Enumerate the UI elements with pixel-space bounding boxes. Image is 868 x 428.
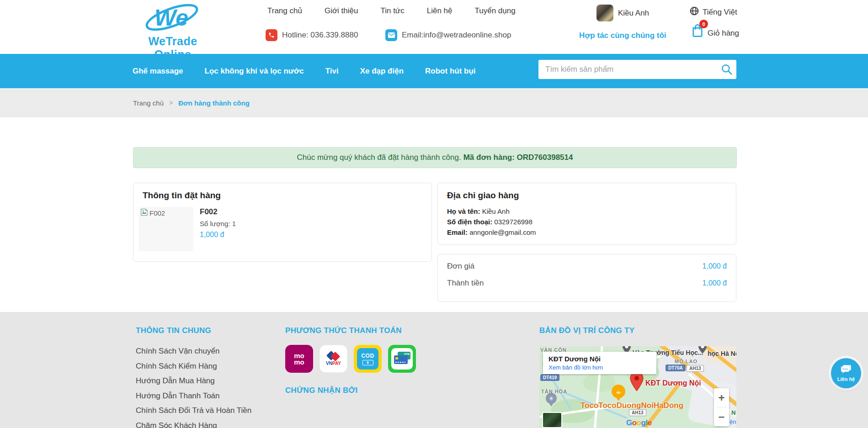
shipping-rows: Họ và tên: Kiều Anh Số điện thoại: 03297… bbox=[447, 206, 536, 238]
footer-info-title: THÔNG TIN CHUNG bbox=[136, 326, 211, 335]
map-label-tocotoco: TocoTocoDuongNoiHaDong bbox=[580, 401, 683, 410]
footer-link-return-policy[interactable]: Chính Sách Đổi Trả và Hoàn Tiền bbox=[136, 403, 251, 418]
map-view-larger-link[interactable]: Xem bản đồ lớn hơn bbox=[548, 364, 651, 371]
nav-contact[interactable]: Liên hệ bbox=[427, 6, 453, 16]
nav-about[interactable]: Giới thiệu bbox=[325, 6, 358, 16]
summary-row-total: Thành tiền 1,000 đ bbox=[447, 279, 727, 288]
vnpay-icon: VNPAY bbox=[320, 345, 347, 373]
map-label-edge-n: N bbox=[731, 409, 735, 416]
user-name: Kiều Anh bbox=[618, 9, 649, 18]
footer-link-inspection-policy[interactable]: Chính Sách Kiểm Hàng bbox=[136, 359, 251, 374]
order-code: Mã đơn hàng: ORD760398514 bbox=[463, 153, 573, 162]
shipping-phone-label: Số điện thoại: bbox=[447, 218, 492, 226]
shipping-address-card: Địa chỉ giao hàng Họ và tên: Kiều Anh Số… bbox=[437, 183, 736, 245]
menu-ebike[interactable]: Xe đạp điện bbox=[360, 67, 404, 76]
contact-chat-button[interactable]: Liên hệ bbox=[831, 358, 861, 388]
shipping-row-name: Họ và tên: Kiều Anh bbox=[447, 206, 536, 217]
total-value: 1,000 đ bbox=[703, 279, 727, 287]
site-logo[interactable]: We WeTrade Online bbox=[132, 2, 214, 52]
zoom-in-button[interactable]: + bbox=[714, 388, 729, 407]
shipping-email-label: Email: bbox=[447, 228, 468, 236]
email-link[interactable]: Email:info@wetradeonline.shop bbox=[385, 29, 511, 41]
map-pin-coffee[interactable]: ☕ bbox=[612, 385, 625, 398]
footer-link-buying-guide[interactable]: Hướng Dẫn Mua Hàng bbox=[136, 374, 251, 389]
map-pin-university[interactable] bbox=[698, 346, 707, 355]
product-price: 1,000 đ bbox=[200, 231, 224, 239]
shipping-row-phone: Số điện thoại: 0329726998 bbox=[447, 217, 536, 227]
map-info-card: KĐT Dương Nội Xem bản đồ lớn hơn bbox=[543, 352, 656, 374]
site-header: We WeTrade Online Trang chủ Giới thiệu T… bbox=[0, 0, 868, 54]
svg-text:We: We bbox=[154, 5, 188, 31]
partner-link[interactable]: Hợp tác cùng chúng tôi bbox=[579, 31, 666, 40]
cart-button[interactable]: 0 Giỏ hàng bbox=[691, 24, 739, 39]
email-text: Email:info@wetradeonline.shop bbox=[402, 31, 511, 40]
unit-price-value: 1,000 đ bbox=[703, 262, 727, 270]
footer-link-customer-care[interactable]: Chăm Sóc Khách Hàng bbox=[136, 418, 251, 428]
shipping-row-email: Email: anngonle@gmail.com bbox=[447, 227, 536, 238]
top-navigation: Trang chủ Giới thiệu Tin tức Liên hệ Tuy… bbox=[267, 6, 516, 16]
breadcrumb: Trang chủ > Đơn hàng thành công bbox=[133, 88, 250, 117]
map-label-molao: MỘ LAO bbox=[675, 359, 698, 364]
payment-methods: mo mo VNPAY COD $ ATM bbox=[285, 345, 416, 373]
email-icon bbox=[385, 29, 397, 41]
success-message: Chúc mừng quý khách đã đặt hàng thành cô… bbox=[297, 153, 461, 162]
cod-cash-icon: $ bbox=[362, 360, 373, 365]
nav-home[interactable]: Trang chủ bbox=[267, 6, 302, 16]
map-zoom-controls: + − bbox=[714, 388, 729, 426]
map-badge-ah13-bottom: AH13 bbox=[629, 409, 646, 416]
cart-bag-icon: 0 bbox=[691, 24, 704, 39]
vnpay-vn-text: VN bbox=[326, 361, 332, 366]
order-info-title: Thông tin đặt hàng bbox=[143, 190, 221, 201]
map-pin-temple[interactable]: ✳ bbox=[546, 393, 557, 404]
hotline-link[interactable]: Hotline: 036.339.8880 bbox=[266, 29, 358, 41]
menu-tv[interactable]: Tivi bbox=[325, 67, 339, 76]
total-label: Thành tiền bbox=[447, 279, 484, 288]
search-input[interactable] bbox=[538, 60, 736, 79]
footer-certified-title: CHỨNG NHẬN BỞI bbox=[285, 386, 357, 395]
user-account[interactable]: Kiều Anh bbox=[596, 5, 649, 21]
footer-payment-title: PHƯƠNG THỨC THANH TOÁN bbox=[285, 326, 402, 335]
nav-news[interactable]: Tin tức bbox=[380, 6, 404, 16]
summary-row-unit-price: Đơn giá 1,000 đ bbox=[447, 262, 727, 271]
chevron-right-icon: > bbox=[169, 99, 173, 106]
google-map-embed[interactable]: Vào Trường Tiểu Học... học Hà Nộ VÀN CÔN… bbox=[539, 346, 736, 428]
google-logo[interactable]: Google bbox=[626, 418, 652, 428]
map-marker-kdt-duong-noi[interactable] bbox=[630, 372, 644, 393]
menu-massage-chair[interactable]: Ghế massage bbox=[133, 67, 183, 76]
product-image-alt: F002 bbox=[149, 209, 165, 217]
broken-image-icon bbox=[140, 208, 148, 217]
atm-card-front bbox=[394, 355, 408, 364]
menu-air-water-filter[interactable]: Lọc không khí và lọc nước bbox=[205, 67, 304, 76]
site-footer: THÔNG TIN CHUNG Chính Sách Vận chuyển Ch… bbox=[0, 312, 868, 428]
shipping-phone-value: 0329726998 bbox=[494, 218, 532, 226]
shipping-name-label: Họ và tên: bbox=[447, 207, 480, 215]
category-navbar: Ghế massage Lọc không khí và lọc nước Ti… bbox=[0, 54, 868, 88]
shipping-title: Địa chỉ giao hàng bbox=[447, 190, 519, 201]
breadcrumb-home[interactable]: Trang chủ bbox=[133, 99, 164, 107]
chat-bubbles-icon bbox=[840, 365, 852, 376]
cod-icon: COD $ bbox=[354, 345, 382, 373]
footer-link-payment-guide[interactable]: Hướng Dẫn Thanh Toán bbox=[136, 389, 251, 404]
map-info-title: KĐT Dương Nội bbox=[548, 355, 651, 363]
vnpay-mark bbox=[328, 352, 340, 359]
footer-link-shipping-policy[interactable]: Chính Sách Vận chuyển bbox=[136, 344, 251, 359]
map-satellite-toggle[interactable] bbox=[542, 412, 562, 428]
search-box bbox=[538, 60, 736, 79]
success-banner: Chúc mừng quý khách đã đặt hàng thành cô… bbox=[133, 147, 737, 168]
search-icon[interactable] bbox=[721, 63, 733, 75]
menu-robot-vacuum[interactable]: Robot hút bụi bbox=[425, 67, 475, 76]
map-label-edge-vien: ện bbox=[730, 418, 736, 425]
momo-text-line2: mo bbox=[294, 359, 304, 365]
language-selector[interactable]: Tiếng Việt bbox=[690, 6, 737, 18]
map-badge-dt419: DT419 bbox=[540, 374, 559, 381]
unit-price-label: Đơn giá bbox=[447, 262, 474, 271]
product-quantity: Số lượng: 1 bbox=[200, 220, 236, 227]
momo-icon: mo mo bbox=[285, 345, 313, 373]
map-badge-dt70a: DT70A bbox=[666, 365, 686, 371]
user-avatar bbox=[596, 5, 613, 21]
footer-map-title: BẢN ĐỒ VỊ TRÍ CÔNG TY bbox=[539, 326, 634, 335]
footer-info-links: Chính Sách Vận chuyển Chính Sách Kiểm Hà… bbox=[136, 344, 251, 428]
logo-we-mark: We bbox=[132, 2, 212, 34]
nav-careers[interactable]: Tuyển dụng bbox=[475, 6, 516, 16]
zoom-out-button[interactable]: − bbox=[714, 407, 729, 426]
